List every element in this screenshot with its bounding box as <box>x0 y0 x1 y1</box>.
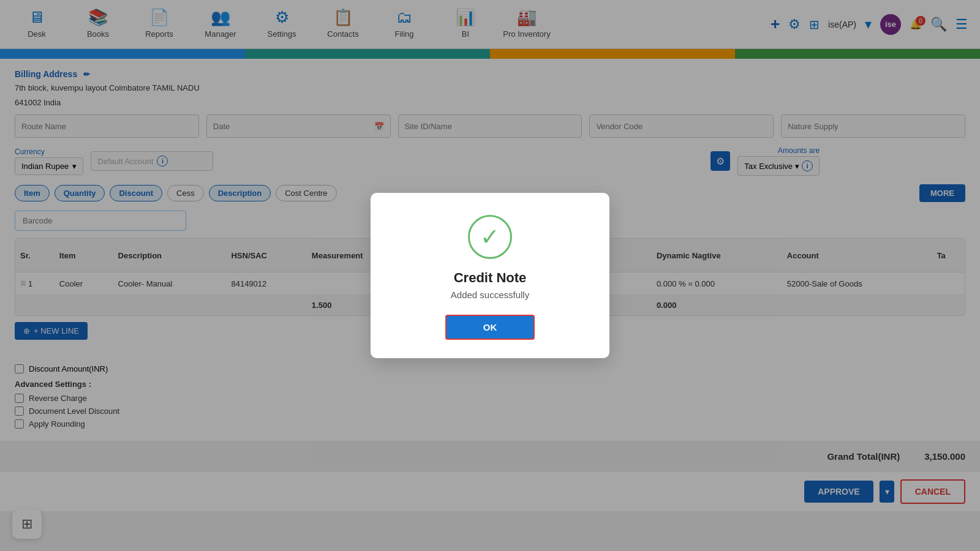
check-icon: ✓ <box>480 223 500 250</box>
modal-subtitle: Added successfully <box>451 290 529 300</box>
check-circle: ✓ <box>468 215 512 259</box>
modal-title: Credit Note <box>454 270 527 286</box>
success-modal: ✓ Credit Note Added successfully OK <box>371 193 609 358</box>
modal-overlay: ✓ Credit Note Added successfully OK <box>0 0 980 551</box>
modal-ok-button[interactable]: OK <box>445 315 535 340</box>
